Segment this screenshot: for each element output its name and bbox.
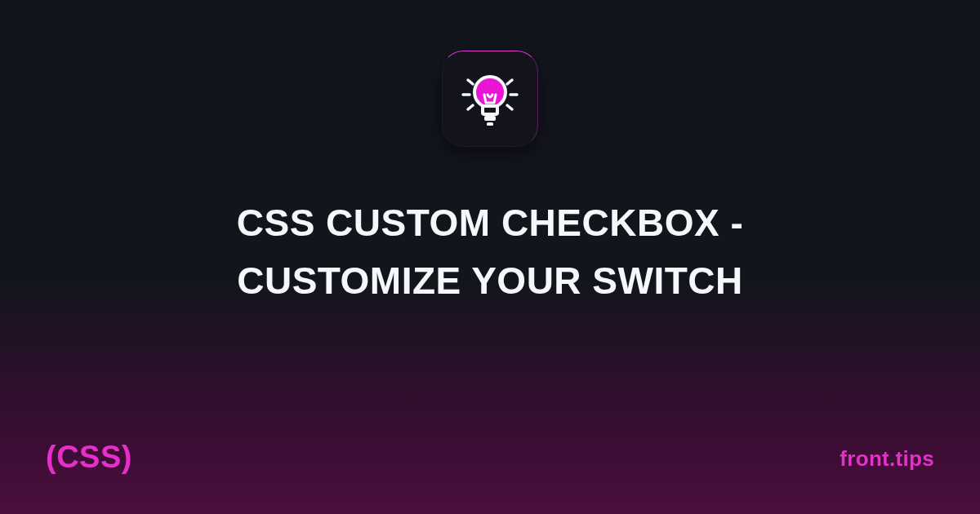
- svg-rect-9: [487, 122, 493, 126]
- svg-rect-7: [483, 106, 497, 114]
- svg-line-4: [468, 105, 473, 109]
- page-title: CSS CUSTOM CHECKBOX - CUSTOMIZE YOUR SWI…: [122, 194, 858, 311]
- category-tag: (CSS): [46, 440, 132, 475]
- svg-line-2: [468, 80, 473, 84]
- lightbulb-idea-icon: [455, 64, 525, 134]
- svg-rect-8: [484, 116, 496, 121]
- card-container: CSS CUSTOM CHECKBOX - CUSTOMIZE YOUR SWI…: [0, 0, 980, 514]
- svg-line-5: [507, 105, 512, 109]
- svg-line-3: [507, 80, 512, 84]
- logo-badge: [442, 51, 538, 147]
- brand-label: front.tips: [840, 446, 934, 472]
